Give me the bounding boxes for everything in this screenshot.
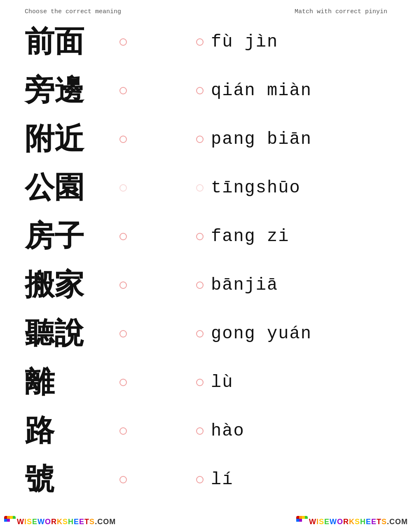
right-radio-4[interactable] [196, 233, 204, 240]
left-item-3: 公園 [25, 165, 188, 211]
footer-left-logo: WISEWORKSHEETS.COM [4, 516, 116, 527]
right-item-3: tīngshūo [196, 165, 387, 211]
left-item-0: 前面 [25, 19, 188, 65]
pinyin-text-3: tīngshūo [211, 178, 301, 198]
svg-rect-3 [13, 516, 16, 519]
right-item-7: lù [196, 360, 387, 405]
right-radio-5[interactable] [196, 281, 204, 289]
footer-left-text: WISEWORKSHEETS.COM [17, 518, 116, 526]
right-item-1: qián miàn [196, 68, 387, 113]
footer-right-logo: WISEWORKSHEETS.COM [296, 516, 408, 527]
left-item-1: 旁邊 [25, 68, 188, 113]
pinyin-text-1: qián miàn [211, 81, 312, 101]
chinese-char-6: 聽說 [25, 317, 107, 350]
left-radio-4[interactable] [119, 233, 127, 240]
right-radio-1[interactable] [196, 87, 204, 94]
svg-rect-12 [296, 519, 299, 522]
chinese-char-2: 附近 [25, 123, 107, 155]
right-radio-3[interactable] [196, 184, 204, 192]
pinyin-text-2: pang biān [211, 129, 312, 149]
right-radio-8[interactable] [196, 427, 204, 435]
chinese-char-5: 搬家 [25, 269, 107, 301]
chinese-char-7: 離 [25, 366, 107, 398]
left-radio-1[interactable] [119, 87, 127, 94]
footer-right-text: WISEWORKSHEETS.COM [309, 518, 408, 526]
svg-rect-2 [10, 516, 13, 519]
right-item-9: lí [196, 457, 387, 502]
right-radio-7[interactable] [196, 379, 204, 386]
right-column: fù jìnqián miànpang biāntīngshūofang zib… [188, 19, 387, 506]
chinese-char-3: 公園 [25, 171, 107, 204]
pinyin-text-7: lù [211, 373, 233, 392]
pinyin-text-4: fang zi [211, 227, 289, 246]
left-radio-3[interactable] [119, 184, 127, 192]
left-column: 前面旁邊附近公園房子搬家聽說離路號 [25, 19, 188, 506]
left-item-7: 離 [25, 360, 188, 405]
left-radio-5[interactable] [119, 281, 127, 289]
right-item-8: hào [196, 408, 387, 454]
pinyin-text-0: fù jìn [211, 32, 278, 52]
pinyin-text-9: lí [211, 470, 233, 490]
right-item-6: gong yuán [196, 311, 387, 356]
right-instruction: Match with correct pinyin [295, 8, 387, 15]
left-item-9: 號 [25, 457, 188, 502]
svg-rect-5 [7, 519, 10, 522]
left-item-6: 聽說 [25, 311, 188, 356]
svg-rect-6 [10, 519, 16, 527]
right-radio-6[interactable] [196, 330, 204, 337]
pinyin-text-6: gong yuán [211, 324, 312, 344]
left-item-4: 房子 [25, 214, 188, 259]
right-radio-2[interactable] [196, 136, 204, 143]
page-container: Choose the correct meaning Match with co… [0, 0, 412, 532]
svg-rect-9 [299, 516, 302, 519]
header-row: Choose the correct meaning Match with co… [25, 8, 387, 15]
svg-rect-15 [296, 522, 302, 527]
svg-rect-0 [4, 516, 7, 519]
svg-rect-10 [302, 516, 305, 519]
left-item-5: 搬家 [25, 262, 188, 308]
left-radio-8[interactable] [119, 427, 127, 435]
svg-rect-4 [4, 519, 7, 522]
left-item-8: 路 [25, 408, 188, 454]
svg-rect-8 [296, 516, 299, 519]
svg-rect-1 [7, 516, 10, 519]
chinese-char-9: 號 [25, 463, 107, 496]
footer-right-icon [296, 516, 308, 527]
left-radio-7[interactable] [119, 379, 127, 386]
right-item-2: pang biān [196, 117, 387, 162]
left-radio-9[interactable] [119, 476, 127, 483]
chinese-char-8: 路 [25, 415, 107, 447]
chinese-char-4: 房子 [25, 220, 107, 253]
svg-rect-7 [4, 522, 10, 527]
pinyin-text-5: bānjiā [211, 275, 278, 295]
chinese-char-0: 前面 [25, 26, 107, 58]
right-radio-0[interactable] [196, 38, 204, 46]
left-item-2: 附近 [25, 117, 188, 162]
left-instruction: Choose the correct meaning [25, 8, 121, 15]
right-radio-9[interactable] [196, 476, 204, 483]
svg-rect-13 [299, 519, 302, 522]
left-radio-2[interactable] [119, 136, 127, 143]
pinyin-text-8: hào [211, 421, 245, 441]
svg-rect-14 [302, 519, 308, 527]
left-radio-6[interactable] [119, 330, 127, 337]
footer: WISEWORKSHEETS.COM WISEWORKSHEETS.COM [0, 511, 412, 532]
matching-area: 前面旁邊附近公園房子搬家聽說離路號 fù jìnqián miànpang bi… [25, 19, 387, 506]
right-item-5: bānjiā [196, 262, 387, 308]
left-radio-0[interactable] [119, 38, 127, 46]
svg-rect-11 [305, 516, 308, 519]
right-item-0: fù jìn [196, 19, 387, 65]
right-item-4: fang zi [196, 214, 387, 259]
chinese-char-1: 旁邊 [25, 74, 107, 107]
footer-left-icon [4, 516, 16, 527]
